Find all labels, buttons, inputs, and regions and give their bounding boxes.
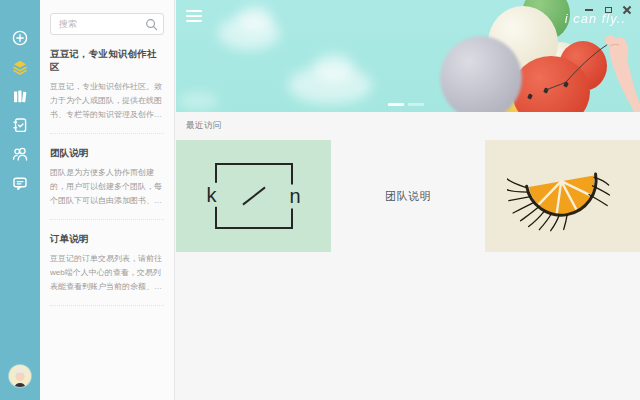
banner-carousel: i can fly..	[176, 0, 640, 112]
rail-icon-stack	[0, 0, 40, 192]
plus-circle-icon	[11, 29, 29, 47]
menu-icon[interactable]	[186, 10, 202, 22]
sidebar: 豆豆记，专业知识创作社区 豆豆记，专业知识创作社区。致力于为个人或团队，提供在线…	[40, 0, 175, 400]
article-title: 团队说明	[50, 147, 164, 160]
window-controls	[584, 4, 632, 16]
article-snippet: 豆豆记，专业知识创作社区。致力于为个人或团队，提供在线图书、专栏等的知识管理及创…	[50, 80, 164, 122]
recent-item-cover-orange[interactable]	[485, 140, 640, 252]
kn-logo-letter-n: n	[286, 184, 303, 208]
team-icon	[11, 145, 29, 163]
user-avatar[interactable]	[9, 365, 31, 387]
icon-rail	[0, 0, 40, 400]
recent-items-row: k n 团队说明	[176, 140, 640, 252]
kn-logo: k n	[215, 163, 293, 229]
search-box	[50, 13, 164, 35]
list-item-intro[interactable]: 豆豆记，专业知识创作社区 豆豆记，专业知识创作社区。致力于为个人或团队，提供在线…	[50, 35, 164, 134]
notebook-tab[interactable]	[11, 116, 29, 134]
search-icon[interactable]	[145, 17, 158, 30]
carousel-dash-active[interactable]	[388, 103, 404, 106]
main-area: i can fly.. 最近访问 k n 团队说明	[176, 0, 640, 400]
recent-item-team[interactable]: 团队说明	[331, 140, 485, 252]
books-icon	[11, 87, 29, 105]
article-title: 豆豆记，专业知识创作社区	[50, 48, 164, 74]
article-title: 订单说明	[50, 233, 164, 246]
chat-bubble-icon	[11, 174, 29, 192]
recent-item-title: 团队说明	[385, 189, 431, 204]
docs-tab-active[interactable]	[11, 58, 29, 76]
kn-logo-letter-k: k	[204, 183, 220, 207]
article-list: 豆豆记，专业知识创作社区 豆豆记，专业知识创作社区。致力于为个人或团队，提供在线…	[40, 35, 174, 306]
kn-logo-slash	[242, 187, 265, 206]
list-item-team[interactable]: 团队说明 团队是为方便多人协作而创建的，用户可以创建多个团队，每个团队下可以自由…	[50, 134, 164, 220]
feedback-tab[interactable]	[11, 174, 29, 192]
list-item-orders[interactable]: 订单说明 豆豆记的订单交易列表，请前往web端个人中心的查看，交易列表能查看到账…	[50, 220, 164, 306]
notebook-icon	[11, 116, 29, 134]
close-icon[interactable]	[622, 5, 632, 15]
maximize-icon[interactable]	[603, 5, 613, 15]
carousel-dash[interactable]	[408, 103, 424, 106]
minimize-icon[interactable]	[584, 5, 594, 15]
article-snippet: 豆豆记的订单交易列表，请前往web端个人中心的查看，交易列表能查看到账户当前的余…	[50, 252, 164, 294]
article-snippet: 团队是为方便多人协作而创建的，用户可以创建多个团队，每个团队下可以自由添加图书、…	[50, 166, 164, 208]
carousel-indicators	[388, 103, 424, 106]
orange-slice-icon	[507, 153, 619, 239]
team-tab[interactable]	[11, 145, 29, 163]
recent-label: 最近访问	[186, 120, 222, 132]
books-tab[interactable]	[11, 87, 29, 105]
layers-icon	[11, 58, 29, 76]
create-button[interactable]	[11, 29, 29, 47]
recent-item-cover-kn[interactable]: k n	[176, 140, 331, 252]
recent-section: 最近访问 k n 团队说明	[176, 112, 640, 400]
